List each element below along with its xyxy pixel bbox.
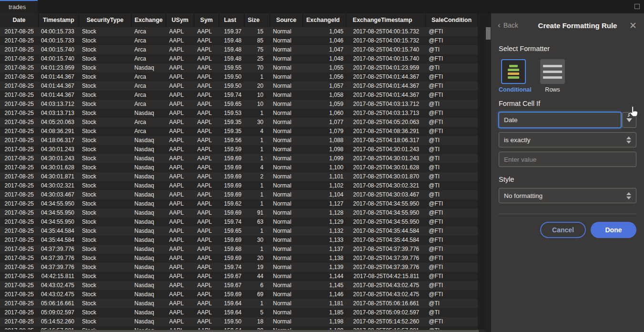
conditional-label: Conditional (499, 86, 528, 93)
table-row[interactable]: 2017-08-2504:34:55.950StockNasdaqAAPLAAP… (0, 218, 478, 227)
table-row[interactable]: 2017-08-2504:03:13.713StockNasdaqAAPLAAP… (0, 109, 478, 118)
horizontal-scrollbar[interactable] (0, 330, 485, 332)
cell: 159.69 (219, 236, 244, 245)
cell: 159.50 (219, 317, 244, 326)
table-row[interactable]: 2017-08-2504:30:01.871StockNasdaqAAPLAAP… (0, 172, 478, 181)
cell: 04:30:01.243 (39, 145, 79, 154)
cell: 2017-08-25T04:37:39.776 (346, 254, 426, 263)
style-select-value: No formatting (504, 192, 626, 199)
table-row[interactable]: 2017-08-2504:01:44.367StockArcaAAPLAAPL1… (0, 91, 478, 100)
cell: 04:03:13.712 (39, 100, 79, 109)
cell: @FTI (426, 236, 478, 245)
select-arrows-icon (626, 192, 631, 199)
formatter-option-conditional[interactable] (501, 59, 526, 84)
table-row[interactable]: 2017-08-2504:43:02.475StockNasdaqAAPLAAP… (0, 281, 478, 290)
column-header-securitytype[interactable]: SecurityType (79, 13, 131, 27)
cell: 2017-08-25T04:30:02.321 (346, 181, 426, 190)
back-button[interactable]: ‹ Back (498, 21, 528, 29)
cell: @TI (426, 308, 478, 317)
column-header-source[interactable]: Source (270, 13, 303, 27)
column-header-size[interactable]: Size (244, 13, 270, 27)
table-row[interactable]: 2017-08-2504:42:15.811StockNasdaqAAPLAAP… (0, 272, 478, 281)
cell: 2017-08-25T04:30:01.870 (346, 172, 426, 181)
table-row[interactable]: 2017-08-2504:34:55.950StockNasdaqAAPLAAP… (0, 199, 478, 208)
cell: 159.35 (219, 127, 244, 136)
cell: @FTI (426, 281, 478, 290)
table-row[interactable]: 2017-08-2504:35:44.584StockNasdaqAAPLAAP… (0, 227, 478, 236)
table-header-row: DateTimestampSecurityTypeExchangeUSymSym… (0, 13, 478, 27)
cell: AAPL (194, 27, 219, 36)
cell: Arca (131, 54, 166, 63)
select-formatter-heading: Select Formatter (499, 45, 636, 52)
cell: @FTI (426, 227, 478, 236)
cell: @FTI (426, 73, 478, 82)
cell: @TI (426, 145, 478, 154)
table-row[interactable]: 2017-08-2504:30:03.467StockNasdaqAAPLAAP… (0, 190, 478, 199)
column-header-timestamp[interactable]: Timestamp (39, 13, 79, 27)
cell: 1 (244, 227, 270, 236)
table-row[interactable]: 2017-08-2504:30:01.243StockNasdaqAAPLAAP… (0, 145, 478, 154)
tab-trades[interactable]: trades (0, 0, 38, 13)
cell: 2017-08-25T04:00:15.740 (346, 54, 426, 63)
table-row[interactable]: 2017-08-2504:35:44.584StockNasdaqAAPLAAP… (0, 236, 478, 245)
cell: Stock (79, 27, 131, 36)
column-header-sym[interactable]: Sym (194, 13, 219, 27)
cell: 04:03:13.713 (39, 109, 79, 118)
cell: Stock (79, 227, 131, 236)
table-row[interactable]: 2017-08-2504:00:15.733StockArcaAAPLAAPL1… (0, 36, 478, 45)
cell: AAPL (166, 63, 194, 73)
cell: 2017-08-25 (0, 272, 39, 281)
column-header-salecondition[interactable]: SaleCondition (426, 13, 478, 27)
table-row[interactable]: 2017-08-2504:34:55.950StockNasdaqAAPLAAP… (0, 208, 478, 218)
table-row[interactable]: 2017-08-2504:01:23.959StockNasdaqAAPLAAP… (0, 63, 478, 73)
table-row[interactable]: 2017-08-2504:05:20.063StockArcaAAPLAAPL1… (0, 118, 478, 127)
cell: Nasdaq (131, 190, 166, 199)
column-header-usym[interactable]: USym (166, 13, 194, 27)
column-header-exchangeid[interactable]: ExchangeId (303, 13, 346, 27)
table-row[interactable]: 2017-08-2505:14:52.260StockNasdaqAAPLAAP… (0, 317, 478, 326)
vertical-scrollbar[interactable] (485, 27, 491, 332)
formatter-option-rows[interactable] (540, 59, 565, 84)
table-row[interactable]: 2017-08-2504:30:01.243StockNasdaqAAPLAAP… (0, 154, 478, 163)
column-header-last[interactable]: Last (219, 13, 244, 27)
table-row[interactable]: 2017-08-2504:18:06.317StockNasdaqAAPLAAP… (0, 136, 478, 145)
maximize-icon[interactable] (634, 4, 640, 9)
value-input[interactable] (499, 152, 636, 167)
dropdown-arrow-button[interactable] (622, 112, 636, 128)
table-row[interactable]: 2017-08-2504:00:15.740StockArcaAAPLAAPL1… (0, 45, 478, 54)
column-header-date[interactable]: Date (0, 13, 39, 27)
cell: 2017-08-25 (0, 73, 39, 82)
table-row[interactable]: 2017-08-2504:30:02.321StockNasdaqAAPLAAP… (0, 181, 478, 190)
table-row[interactable]: 2017-08-2504:01:44.367StockArcaAAPLAAPL1… (0, 82, 478, 91)
horizontal-scrollbar-thumb[interactable] (40, 330, 479, 332)
cell: @FTI (426, 109, 478, 118)
cancel-button[interactable]: Cancel (540, 222, 586, 238)
style-select[interactable]: No formatting (499, 188, 636, 203)
table-row[interactable]: 2017-08-2505:06:16.661StockNasdaqAAPLAAP… (0, 299, 478, 308)
table-row[interactable]: 2017-08-2504:43:02.475StockNasdaqAAPLAAP… (0, 290, 478, 299)
cell: Normal (270, 227, 303, 236)
table-row[interactable]: 2017-08-2504:08:36.291StockArcaAAPLAAPL1… (0, 127, 478, 136)
operator-select[interactable]: is exactly (499, 132, 636, 147)
table-row[interactable]: 2017-08-2504:03:13.712StockArcaAAPLAAPL1… (0, 100, 478, 109)
column-header-exchange[interactable]: Exchange (131, 13, 166, 27)
table-row[interactable]: 2017-08-2504:00:15.740StockArcaAAPLAAPL1… (0, 54, 478, 63)
table-row[interactable]: 2017-08-2504:37:39.776StockNasdaqAAPLAAP… (0, 263, 478, 272)
cell: 159.74 (219, 218, 244, 227)
done-button[interactable]: Done (591, 222, 636, 238)
column-dropdown[interactable]: Date (499, 112, 636, 128)
vertical-scrollbar-thumb[interactable] (486, 27, 491, 40)
table-row[interactable]: 2017-08-2504:30:01.628StockNasdaqAAPLAAP… (0, 163, 478, 172)
cell: 4 (244, 127, 270, 136)
cell: @FTI (426, 317, 478, 326)
table-row[interactable]: 2017-08-2504:01:44.367StockArcaAAPLAAPL1… (0, 73, 478, 82)
table-row[interactable]: 2017-08-2505:09:02.597StockNasdaqAAPLAAP… (0, 308, 478, 317)
cell: @TI (426, 299, 478, 308)
table-row[interactable]: 2017-08-2504:37:39.776StockNasdaqAAPLAAP… (0, 245, 478, 254)
cell: 159.37 (219, 27, 244, 36)
cell: @TI (426, 181, 478, 190)
close-icon[interactable]: ✕ (627, 20, 639, 31)
table-row[interactable]: 2017-08-2504:00:15.733StockArcaAAPLAAPL1… (0, 27, 478, 36)
column-header-exchangetimestamp[interactable]: ExchangeTimestamp (346, 13, 426, 27)
table-row[interactable]: 2017-08-2504:37:39.776StockNasdaqAAPLAAP… (0, 254, 478, 263)
